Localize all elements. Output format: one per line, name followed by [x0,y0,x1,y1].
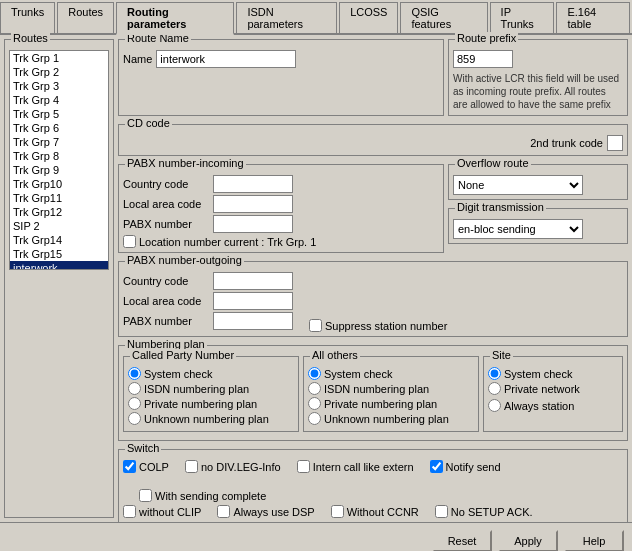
called-unknown-radio[interactable] [128,412,141,425]
right-panel: Route Name Name Route prefix With active… [118,39,628,518]
site-box: Site System check Private network Always… [483,356,623,432]
local-area-outgoing-input[interactable] [213,292,293,310]
switch-box: Switch COLP no DIV.LEG-Info Intern call … [118,449,628,523]
tab-e164-table[interactable]: E.164 table [556,2,630,33]
colp-checkbox[interactable] [123,460,136,473]
route-prefix-label: Route prefix [455,32,518,44]
no-div-leg-info-checkbox[interactable] [185,460,198,473]
site-always-station-radio[interactable] [488,399,501,412]
list-item[interactable]: Trk Grp14 [10,233,108,247]
called-system-check-radio[interactable] [128,367,141,380]
list-item[interactable]: Trk Grp11 [10,191,108,205]
called-private-radio[interactable] [128,397,141,410]
routes-list[interactable]: Trk Grp 1Trk Grp 2Trk Grp 3Trk Grp 4Trk … [9,50,109,270]
help-button[interactable]: Help [564,530,624,552]
overflow-box: Overflow route None [448,164,628,200]
no-setup-ack-checkbox[interactable] [435,505,448,518]
called-isdn-radio[interactable] [128,382,141,395]
tab-trunks[interactable]: Trunks [0,2,55,33]
pabx-number-incoming-label: PABX number [123,218,213,230]
without-clip-checkbox[interactable] [123,505,136,518]
list-item[interactable]: interwork [10,261,108,270]
suppress-station-checkbox[interactable] [309,319,322,332]
others-unknown-radio[interactable] [308,412,321,425]
pabx-incoming-box: PABX number-incoming Country code Local … [118,164,444,253]
pabx-number-outgoing-input[interactable] [213,312,293,330]
cd-code-label: CD code [125,117,172,129]
others-private-radio[interactable] [308,397,321,410]
tab-ip-trunks[interactable]: IP Trunks [490,2,555,33]
list-item[interactable]: Trk Grp 6 [10,121,108,135]
with-sending-complete-checkbox[interactable] [139,489,152,502]
cd-code-box: CD code 2nd trunk code [118,124,628,156]
all-others-box: All others System check ISDN numbering p… [303,356,479,432]
pabx-number-incoming-input[interactable] [213,215,293,233]
tab-lcoss[interactable]: LCOSS [339,2,398,33]
list-item[interactable]: Trk Grp 5 [10,107,108,121]
left-panel: Routes Trk Grp 1Trk Grp 2Trk Grp 3Trk Gr… [4,39,114,518]
tab-routing-parameters[interactable]: Routing parameters [116,2,234,35]
second-trunk-check [607,135,623,151]
pabx-outgoing-box: PABX number-outgoing Country code Local … [118,261,628,337]
site-label: Site [490,349,513,361]
list-item[interactable]: Trk Grp10 [10,177,108,191]
tab-isdn-parameters[interactable]: ISDN parameters [236,2,337,33]
country-incoming-input[interactable] [213,175,293,193]
called-party-label: Called Party Number [130,349,236,361]
location-number-checkbox[interactable] [123,235,136,248]
bottom-buttons: Reset Apply Help [0,522,632,551]
name-label: Name [123,53,152,65]
suppress-station-label: Suppress station number [325,320,447,332]
pabx-incoming-label: PABX number-incoming [125,157,246,169]
reset-button[interactable]: Reset [432,530,492,552]
notify-send-checkbox[interactable] [430,460,443,473]
list-item[interactable]: SIP 2 [10,219,108,233]
digit-box: Digit transmission en-bloc sending overl… [448,208,628,244]
second-trunk-label: 2nd trunk code [530,137,603,149]
others-isdn-radio[interactable] [308,382,321,395]
country-outgoing-input[interactable] [213,272,293,290]
site-system-check-radio[interactable] [488,367,501,380]
list-item[interactable]: Trk Grp 2 [10,65,108,79]
tab-qsig-features[interactable]: QSIG features [400,2,487,33]
others-system-check-radio[interactable] [308,367,321,380]
list-item[interactable]: Trk Grp 9 [10,163,108,177]
routes-group-label: Routes [11,32,50,44]
list-item[interactable]: Trk Grp 8 [10,149,108,163]
routes-group-box: Routes Trk Grp 1Trk Grp 2Trk Grp 3Trk Gr… [4,39,114,518]
digit-label: Digit transmission [455,201,546,213]
overflow-label: Overflow route [455,157,531,169]
prefix-input[interactable] [453,50,513,68]
route-prefix-box: Route prefix With active LCR this field … [448,39,628,116]
pabx-outgoing-label: PABX number-outgoing [125,254,244,266]
list-item[interactable]: Trk Grp 1 [10,51,108,65]
list-item[interactable]: Trk Grp 4 [10,93,108,107]
prefix-description: With active LCR this field will be used … [453,72,623,111]
pabx-number-outgoing-label: PABX number [123,315,213,327]
local-area-incoming-input[interactable] [213,195,293,213]
apply-button[interactable]: Apply [498,530,558,552]
location-current-label: current : Trk Grp. 1 [224,236,316,248]
site-private-radio[interactable] [488,382,501,395]
all-others-label: All others [310,349,360,361]
tab-routes[interactable]: Routes [57,2,114,33]
country-incoming-label: Country code [123,178,213,190]
called-party-box: Called Party Number System check ISDN nu… [123,356,299,432]
name-input[interactable] [156,50,296,68]
list-item[interactable]: Trk Grp 3 [10,79,108,93]
digit-select[interactable]: en-bloc sending overlap sending [453,219,583,239]
without-ccnr-checkbox[interactable] [331,505,344,518]
numbering-plan-outer-box: Numbering plan Called Party Number Syste… [118,345,628,441]
location-number-label: Location number [139,236,221,248]
route-name-box: Route Name Name [118,39,444,116]
list-item[interactable]: Trk Grp 7 [10,135,108,149]
tab-bar: Trunks Routes Routing parameters ISDN pa… [0,0,632,35]
intern-call-like-extern-checkbox[interactable] [297,460,310,473]
list-item[interactable]: Trk Grp15 [10,247,108,261]
always-use-dsp-checkbox[interactable] [217,505,230,518]
local-area-outgoing-label: Local area code [123,295,213,307]
list-item[interactable]: Trk Grp12 [10,205,108,219]
overflow-select[interactable]: None [453,175,583,195]
switch-label: Switch [125,442,161,454]
local-area-incoming-label: Local area code [123,198,213,210]
